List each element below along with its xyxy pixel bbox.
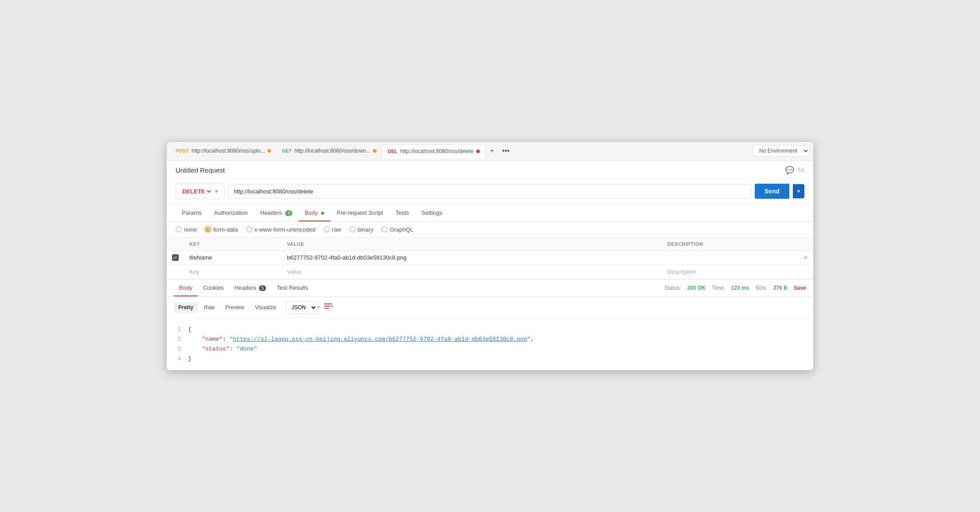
status-value: 200 OK — [687, 285, 706, 291]
resp-tab-body[interactable]: Body — [174, 280, 198, 296]
co-label: Co — [798, 167, 804, 173]
tab-settings[interactable]: Settings — [415, 205, 448, 221]
svg-rect-0 — [324, 303, 332, 304]
request-title-bar: Untitled Request 💬 Co — [167, 161, 813, 178]
col-description: DESCRIPTION — [662, 238, 798, 251]
table-row: fileName b6277752-9702-4fa0-ab1d-db03e58… — [167, 250, 813, 264]
tab-bar: POST http://localhost:8080/oss/uplo... G… — [167, 142, 813, 161]
resp-tab-cookies[interactable]: Cookies — [198, 280, 229, 296]
tab-get[interactable]: GET http://localhost:8080/oss/down... — [276, 144, 382, 158]
empty-description[interactable]: Description — [662, 264, 798, 279]
method-selector[interactable]: DELETE GET POST PUT PATCH ▾ — [176, 184, 224, 199]
tab-url-post: http://localhost:8080/oss/uplo... — [192, 148, 265, 154]
size-value: 276 B — [773, 285, 788, 291]
json-line-3: 3 "status": "done" — [174, 344, 806, 354]
radio-raw-icon — [324, 226, 330, 232]
json-line-1: 1 { — [174, 325, 806, 335]
tab-method-get: GET — [282, 148, 292, 154]
row-key[interactable]: fileName — [184, 250, 282, 264]
tab-authorization[interactable]: Authorization — [208, 205, 254, 221]
body-dot — [321, 212, 324, 215]
line-content-1: { — [188, 325, 192, 335]
body-type-formdata[interactable]: form-data — [205, 226, 238, 233]
radio-formdata-icon — [205, 226, 211, 232]
save-response-button[interactable]: Save — [794, 285, 806, 291]
json-key-status: "status" — [202, 346, 229, 352]
tab-post[interactable]: POST http://localhost:8080/oss/uplo... — [170, 144, 276, 158]
response-toolbar: Pretty Raw Preview Visualize JSON XML HT… — [167, 297, 813, 319]
body-type-binary[interactable]: binary — [349, 226, 373, 233]
more-tabs-button[interactable]: ••• — [499, 145, 512, 157]
chevron-down-icon: ▾ — [318, 304, 320, 310]
body-type-raw-label: raw — [332, 226, 341, 233]
send-button[interactable]: Send — [755, 184, 789, 199]
row-checkbox-cell[interactable] — [167, 250, 184, 264]
resp-headers-badge: 5 — [259, 285, 266, 291]
pretty-button[interactable]: Pretty — [174, 302, 198, 313]
body-type-graphql[interactable]: GraphQL — [381, 226, 413, 233]
tab-tests[interactable]: Tests — [389, 205, 415, 221]
col-actions — [798, 238, 813, 251]
status-label: Status: — [664, 285, 681, 291]
radio-binary-icon — [349, 226, 356, 232]
line-num-2: 2 — [174, 335, 181, 344]
body-type-urlencoded[interactable]: x-www-form-urlencoded — [246, 226, 316, 233]
line-num-3: 3 — [174, 344, 181, 354]
row-value[interactable]: b6277752-9702-4fa0-ab1d-db03e58130c8.png — [282, 250, 662, 264]
json-value-status: "done" — [236, 346, 257, 352]
resp-tab-headers[interactable]: Headers 5 — [229, 280, 271, 296]
col-checkbox — [167, 238, 184, 251]
radio-graphql-icon — [381, 226, 388, 232]
radio-urlencoded-icon — [246, 226, 252, 232]
tab-headers[interactable]: Headers 9 — [254, 205, 298, 221]
add-tab-button[interactable]: + — [487, 145, 497, 157]
tab-body[interactable]: Body — [298, 205, 330, 221]
format-selector[interactable]: JSON XML HTML Text — [286, 301, 318, 314]
body-type-row: none form-data x-www-form-urlencoded raw… — [167, 222, 813, 238]
response-status-bar: Status: 200 OK Time: 123 ms Size: 276 B … — [664, 285, 806, 291]
row-checkbox[interactable] — [172, 254, 179, 261]
form-data-table: KEY VALUE DESCRIPTION fileName b6277752-… — [167, 238, 813, 279]
comment-icon: 💬 — [785, 166, 794, 174]
json-link-name[interactable]: https://sl-lagou.oss-cn-beijing.aliyuncs… — [233, 336, 527, 343]
url-input[interactable] — [228, 184, 751, 199]
tab-del[interactable]: DEL http://localhost:8080/oss/delete — [382, 144, 485, 158]
wrap-button[interactable] — [324, 303, 333, 312]
svg-rect-1 — [324, 306, 330, 307]
preview-button[interactable]: Preview — [221, 302, 249, 313]
visualize-button[interactable]: Visualize — [251, 302, 281, 313]
body-type-none[interactable]: none — [176, 226, 197, 233]
tab-url-del: http://localhost:8080/oss/delete — [400, 148, 473, 154]
tab-params[interactable]: Params — [176, 205, 208, 221]
table-empty-row: Key Value Description — [167, 264, 813, 279]
body-type-raw[interactable]: raw — [324, 226, 341, 233]
empty-value[interactable]: Value — [282, 264, 662, 279]
col-key: KEY — [184, 238, 282, 251]
tab-actions: + ••• — [487, 145, 512, 157]
json-line-4: 4 } — [174, 354, 806, 364]
line-content-2: "name": "https://sl-lagou.oss-cn-beijing… — [188, 335, 534, 344]
send-dropdown-button[interactable]: ▾ — [793, 184, 804, 198]
method-dropdown[interactable]: DELETE GET POST PUT PATCH — [180, 188, 212, 195]
resp-tab-test-results[interactable]: Test Results — [271, 280, 314, 296]
raw-button[interactable]: Raw — [200, 302, 219, 313]
request-title: Untitled Request — [176, 166, 225, 174]
row-description[interactable] — [662, 250, 798, 264]
line-content-4: } — [188, 354, 192, 364]
json-key-name: "name" — [202, 336, 223, 343]
tab-url-get: http://localhost:8080/oss/down... — [294, 148, 370, 154]
json-line-2: 2 "name": "https://sl-lagou.oss-cn-beiji… — [174, 335, 806, 344]
tab-pre-request[interactable]: Pre-request Script — [330, 205, 389, 221]
body-type-formdata-label: form-data — [213, 226, 238, 233]
body-type-urlencoded-label: x-www-form-urlencoded — [255, 226, 316, 233]
empty-key[interactable]: Key — [184, 264, 282, 279]
body-type-graphql-label: GraphQL — [390, 226, 413, 233]
wrap-icon — [324, 303, 333, 310]
body-type-none-label: none — [184, 226, 197, 233]
line-num-1: 1 — [174, 325, 181, 335]
headers-badge: 9 — [285, 210, 292, 216]
empty-checkbox-cell — [167, 264, 184, 279]
row-delete[interactable]: ✕ — [798, 250, 813, 264]
size-label: Size: — [755, 285, 767, 291]
environment-selector[interactable]: No Environment — [753, 145, 810, 157]
